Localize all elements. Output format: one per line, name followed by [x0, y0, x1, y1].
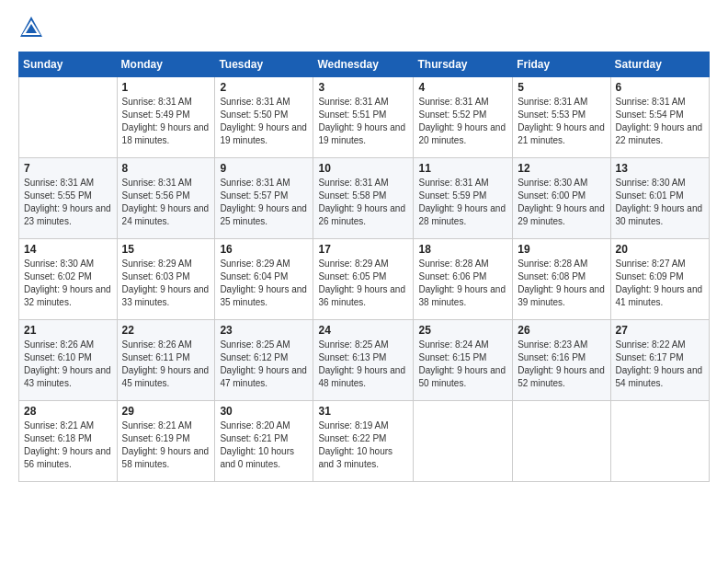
day-info: Sunrise: 8:31 AMSunset: 5:59 PMDaylight:… [418, 177, 507, 228]
calendar-cell: 20Sunrise: 8:27 AMSunset: 6:09 PMDayligh… [610, 239, 709, 320]
day-number: 23 [220, 324, 308, 337]
day-number: 13 [616, 162, 704, 175]
day-number: 2 [220, 81, 308, 94]
week-row-1: 7Sunrise: 8:31 AMSunset: 5:55 PMDaylight… [19, 158, 710, 239]
day-number: 11 [418, 162, 507, 175]
day-info: Sunrise: 8:31 AMSunset: 5:57 PMDaylight:… [220, 177, 308, 228]
calendar-cell: 24Sunrise: 8:25 AMSunset: 6:13 PMDayligh… [313, 320, 414, 401]
day-info: Sunrise: 8:31 AMSunset: 5:49 PMDaylight:… [122, 96, 210, 147]
calendar-cell [19, 77, 118, 158]
day-info: Sunrise: 8:22 AMSunset: 6:17 PMDaylight:… [616, 339, 704, 390]
weekday-header-monday: Monday [117, 52, 215, 77]
day-info: Sunrise: 8:26 AMSunset: 6:10 PMDaylight:… [24, 339, 112, 390]
day-info: Sunrise: 8:28 AMSunset: 6:06 PMDaylight:… [418, 258, 507, 309]
day-info: Sunrise: 8:31 AMSunset: 5:50 PMDaylight:… [220, 96, 308, 147]
calendar-cell: 8Sunrise: 8:31 AMSunset: 5:56 PMDaylight… [117, 158, 215, 239]
day-info: Sunrise: 8:31 AMSunset: 5:54 PMDaylight:… [616, 96, 704, 147]
week-row-0: 1Sunrise: 8:31 AMSunset: 5:49 PMDaylight… [19, 77, 710, 158]
calendar-cell: 7Sunrise: 8:31 AMSunset: 5:55 PMDaylight… [19, 158, 118, 239]
calendar-table: SundayMondayTuesdayWednesdayThursdayFrid… [18, 52, 710, 482]
day-number: 1 [122, 81, 210, 94]
day-info: Sunrise: 8:24 AMSunset: 6:15 PMDaylight:… [418, 339, 507, 390]
week-row-4: 28Sunrise: 8:21 AMSunset: 6:18 PMDayligh… [19, 401, 710, 482]
day-number: 24 [318, 324, 408, 337]
day-number: 7 [24, 162, 112, 175]
day-number: 10 [318, 162, 408, 175]
weekday-header-row: SundayMondayTuesdayWednesdayThursdayFrid… [19, 52, 710, 77]
day-number: 14 [24, 243, 112, 256]
calendar-cell: 15Sunrise: 8:29 AMSunset: 6:03 PMDayligh… [117, 239, 215, 320]
week-row-3: 21Sunrise: 8:26 AMSunset: 6:10 PMDayligh… [19, 320, 710, 401]
calendar-cell: 26Sunrise: 8:23 AMSunset: 6:16 PMDayligh… [513, 320, 610, 401]
calendar-cell: 31Sunrise: 8:19 AMSunset: 6:22 PMDayligh… [313, 401, 414, 482]
day-info: Sunrise: 8:30 AMSunset: 6:02 PMDaylight:… [24, 258, 112, 309]
day-number: 5 [518, 81, 605, 94]
week-row-2: 14Sunrise: 8:30 AMSunset: 6:02 PMDayligh… [19, 239, 710, 320]
calendar-cell: 2Sunrise: 8:31 AMSunset: 5:50 PMDaylight… [215, 77, 313, 158]
day-number: 17 [318, 243, 408, 256]
day-info: Sunrise: 8:31 AMSunset: 5:53 PMDaylight:… [518, 96, 605, 147]
day-info: Sunrise: 8:20 AMSunset: 6:21 PMDaylight:… [220, 419, 308, 471]
day-number: 30 [220, 405, 308, 418]
day-number: 19 [518, 243, 605, 256]
page: SundayMondayTuesdayWednesdayThursdayFrid… [0, 0, 728, 500]
calendar-cell: 29Sunrise: 8:21 AMSunset: 6:19 PMDayligh… [117, 401, 215, 482]
day-info: Sunrise: 8:21 AMSunset: 6:18 PMDaylight:… [24, 419, 112, 471]
day-info: Sunrise: 8:29 AMSunset: 6:04 PMDaylight:… [220, 258, 308, 309]
calendar-cell: 6Sunrise: 8:31 AMSunset: 5:54 PMDaylight… [610, 77, 709, 158]
day-info: Sunrise: 8:31 AMSunset: 5:55 PMDaylight:… [24, 177, 112, 228]
calendar-cell: 18Sunrise: 8:28 AMSunset: 6:06 PMDayligh… [414, 239, 513, 320]
logo-icon [18, 15, 44, 40]
weekday-header-sunday: Sunday [19, 52, 118, 77]
day-info: Sunrise: 8:31 AMSunset: 5:58 PMDaylight:… [318, 177, 408, 228]
day-info: Sunrise: 8:28 AMSunset: 6:08 PMDaylight:… [518, 258, 605, 309]
calendar-cell: 9Sunrise: 8:31 AMSunset: 5:57 PMDaylight… [215, 158, 313, 239]
calendar-cell [414, 401, 513, 482]
calendar-cell: 27Sunrise: 8:22 AMSunset: 6:17 PMDayligh… [610, 320, 709, 401]
weekday-header-friday: Friday [513, 52, 610, 77]
calendar-cell: 4Sunrise: 8:31 AMSunset: 5:52 PMDaylight… [414, 77, 513, 158]
day-number: 6 [616, 81, 704, 94]
day-info: Sunrise: 8:30 AMSunset: 6:00 PMDaylight:… [518, 177, 605, 228]
day-number: 28 [24, 405, 112, 418]
weekday-header-saturday: Saturday [610, 52, 709, 77]
calendar-cell: 14Sunrise: 8:30 AMSunset: 6:02 PMDayligh… [19, 239, 118, 320]
day-info: Sunrise: 8:29 AMSunset: 6:03 PMDaylight:… [122, 258, 210, 309]
day-number: 12 [518, 162, 605, 175]
calendar-cell: 19Sunrise: 8:28 AMSunset: 6:08 PMDayligh… [513, 239, 610, 320]
calendar-cell: 28Sunrise: 8:21 AMSunset: 6:18 PMDayligh… [19, 401, 118, 482]
day-number: 26 [518, 324, 605, 337]
calendar-cell: 17Sunrise: 8:29 AMSunset: 6:05 PMDayligh… [313, 239, 414, 320]
calendar-cell: 13Sunrise: 8:30 AMSunset: 6:01 PMDayligh… [610, 158, 709, 239]
calendar-cell: 1Sunrise: 8:31 AMSunset: 5:49 PMDaylight… [117, 77, 215, 158]
day-info: Sunrise: 8:29 AMSunset: 6:05 PMDaylight:… [318, 258, 408, 309]
calendar-cell: 30Sunrise: 8:20 AMSunset: 6:21 PMDayligh… [215, 401, 313, 482]
day-number: 8 [122, 162, 210, 175]
day-number: 21 [24, 324, 112, 337]
day-info: Sunrise: 8:27 AMSunset: 6:09 PMDaylight:… [616, 258, 704, 309]
day-number: 22 [122, 324, 210, 337]
weekday-header-tuesday: Tuesday [215, 52, 313, 77]
calendar-cell: 11Sunrise: 8:31 AMSunset: 5:59 PMDayligh… [414, 158, 513, 239]
logo [18, 15, 48, 40]
calendar-cell: 23Sunrise: 8:25 AMSunset: 6:12 PMDayligh… [215, 320, 313, 401]
day-info: Sunrise: 8:26 AMSunset: 6:11 PMDaylight:… [122, 339, 210, 390]
day-number: 29 [122, 405, 210, 418]
day-number: 3 [318, 81, 408, 94]
day-info: Sunrise: 8:25 AMSunset: 6:12 PMDaylight:… [220, 339, 308, 390]
day-info: Sunrise: 8:31 AMSunset: 5:52 PMDaylight:… [418, 96, 507, 147]
header [18, 15, 710, 40]
day-info: Sunrise: 8:30 AMSunset: 6:01 PMDaylight:… [616, 177, 704, 228]
day-number: 4 [418, 81, 507, 94]
calendar-cell: 12Sunrise: 8:30 AMSunset: 6:00 PMDayligh… [513, 158, 610, 239]
calendar-cell: 21Sunrise: 8:26 AMSunset: 6:10 PMDayligh… [19, 320, 118, 401]
day-number: 27 [616, 324, 704, 337]
day-number: 16 [220, 243, 308, 256]
calendar-cell [610, 401, 709, 482]
calendar-cell [513, 401, 610, 482]
day-number: 20 [616, 243, 704, 256]
calendar-cell: 22Sunrise: 8:26 AMSunset: 6:11 PMDayligh… [117, 320, 215, 401]
calendar-cell: 5Sunrise: 8:31 AMSunset: 5:53 PMDaylight… [513, 77, 610, 158]
weekday-header-wednesday: Wednesday [313, 52, 414, 77]
day-info: Sunrise: 8:25 AMSunset: 6:13 PMDaylight:… [318, 339, 408, 390]
